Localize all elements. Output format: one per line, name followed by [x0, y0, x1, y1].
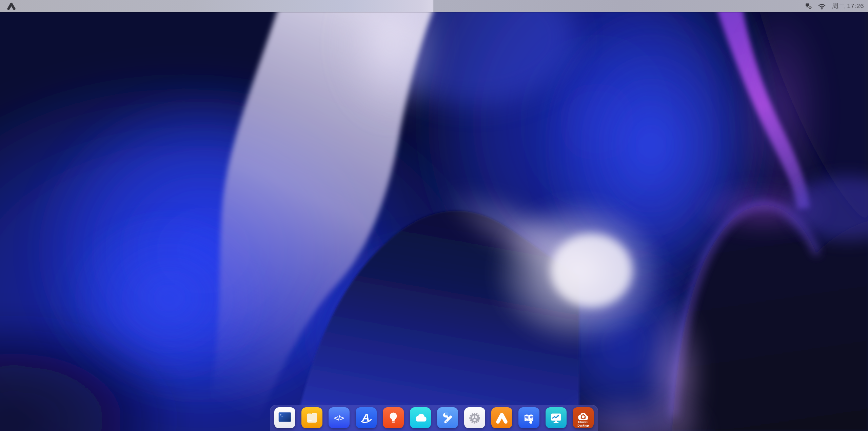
cloud-icon [410, 407, 431, 428]
folder-icon [301, 407, 322, 428]
wifi-icon[interactable] [818, 3, 826, 9]
dock-item-file-manager[interactable] [301, 407, 322, 428]
desktop[interactable] [0, 0, 868, 431]
dock-item-cloud-sync[interactable] [410, 407, 431, 428]
book-hand-icon [518, 407, 539, 428]
terminal-icon: >_ [274, 407, 295, 428]
menu-bar: 周二 17:26 [0, 0, 868, 12]
dock-item-launcher[interactable] [491, 407, 512, 428]
svg-text:</>: </> [334, 414, 344, 422]
dock-item-text-editor[interactable]: </> [329, 407, 350, 428]
peak-icon [491, 407, 512, 428]
ubuntu-cloud-icon [573, 407, 594, 428]
code-tags-icon: </> [329, 407, 350, 428]
clock[interactable]: 周二 17:26 [832, 2, 864, 11]
dock-item-manual[interactable] [518, 407, 539, 428]
svg-text:>_: >_ [280, 413, 283, 416]
dock-item-system-monitor[interactable] [546, 407, 567, 428]
wallpaper-graphic [0, 0, 868, 431]
lightbulb-icon [383, 407, 404, 428]
dock-item-app-store[interactable]: A [356, 407, 377, 428]
dock-item-terminal[interactable]: >_ [274, 407, 295, 428]
system-tray: 周二 17:26 [805, 0, 864, 12]
appstore-a-icon: A [356, 407, 377, 428]
wrench-pencil-icon [437, 407, 458, 428]
network-wired-offline-icon[interactable] [805, 3, 812, 9]
dock-item-control-center[interactable] [464, 407, 485, 428]
monitor-chart-icon [546, 407, 567, 428]
dock-item-tips[interactable] [383, 407, 404, 428]
dock-item-ubuntu-desktop[interactable]: Ubuntu Desktop [573, 407, 594, 428]
dock-item-toolbox[interactable] [437, 407, 458, 428]
gear-icon [464, 407, 485, 428]
dock: >_</>AUbuntu Desktop [270, 405, 598, 431]
launcher-logo-button[interactable] [5, 0, 18, 12]
screen: 周二 17:26 >_</>AUbuntu Desktop [0, 0, 868, 431]
peak-logo-icon [7, 2, 16, 10]
